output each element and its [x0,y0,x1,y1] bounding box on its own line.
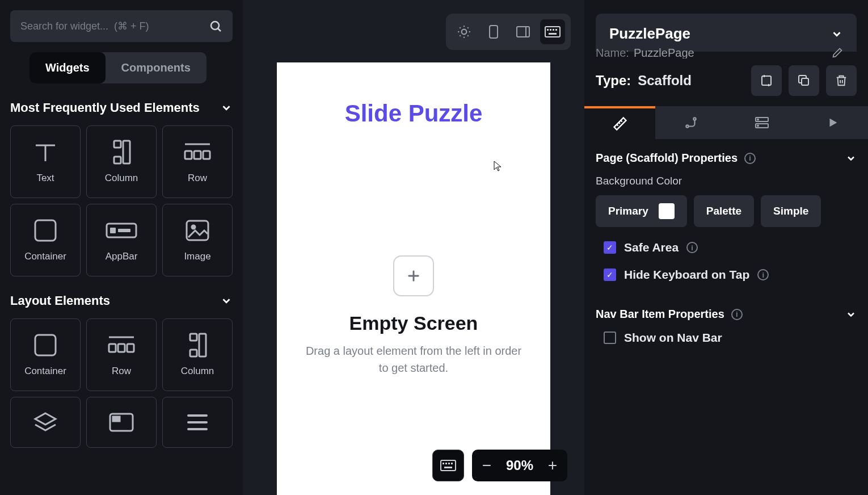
svg-rect-47 [555,29,557,31]
checkbox-unchecked-icon[interactable] [604,332,616,344]
checkbox-checked-icon[interactable]: ✓ [604,269,616,281]
copy-button[interactable] [789,65,819,96]
svg-point-67 [757,125,759,127]
svg-rect-58 [802,78,808,85]
add-element-button[interactable] [393,255,434,296]
tab-widgets[interactable]: Widgets [30,52,106,83]
svg-rect-23 [190,350,197,356]
trash-icon [835,74,848,87]
svg-rect-55 [451,463,453,464]
svg-marker-25 [35,413,56,425]
widget-search[interactable] [10,10,233,42]
empty-subtitle: Drag a layout element from the left in o… [300,342,527,376]
color-chip-simple[interactable]: Simple [761,195,821,227]
widget-row[interactable]: Row [162,125,233,198]
hide-keyboard-row[interactable]: ✓ Hide Keyboard on Tap i [596,268,857,282]
chip-label: Primary [608,205,648,217]
chevron-down-icon [220,295,233,307]
svg-rect-8 [185,151,192,159]
canvas-area: Slide Puzzle Empty Screen Drag a layout … [243,0,584,495]
safe-area-row[interactable]: ✓ Safe Area i [596,241,857,254]
widget-column[interactable]: Column [86,125,157,198]
color-chip-palette[interactable]: Palette [694,195,754,227]
name-label: Name: [596,47,629,58]
listview-icon [186,410,209,435]
svg-rect-13 [110,228,116,233]
svg-line-34 [460,27,461,28]
plus-icon [406,268,422,284]
search-input[interactable] [20,20,209,32]
section-layout-header[interactable]: Layout Elements [10,293,233,308]
wrap-button[interactable] [751,65,782,96]
widget-row[interactable]: Row [86,318,157,391]
chevron-down-icon [831,28,843,40]
edit-icon[interactable] [832,47,843,58]
container-icon [33,333,58,358]
sun-icon [457,24,471,39]
empty-title: Empty Screen [294,312,533,334]
widget-container[interactable]: Container [10,318,81,391]
widget-card[interactable] [86,397,157,448]
section-header[interactable]: Page (Scaffold) Properties i [596,152,857,165]
info-icon[interactable]: i [744,153,756,164]
svg-rect-48 [549,33,557,35]
zoom-out-button[interactable]: − [472,456,502,475]
theme-toggle-button[interactable] [452,19,477,44]
info-icon[interactable]: i [686,242,698,253]
widget-label: AppBar [106,251,138,262]
svg-point-62 [686,125,688,127]
keyboard-icon [440,460,456,471]
widget-image[interactable]: Image [162,204,233,276]
chevron-down-icon [220,102,233,114]
section-header[interactable]: Nav Bar Item Properties i [596,308,857,321]
name-value: PuzzlePage [634,47,694,58]
section-title: Nav Bar Item Properties [596,308,724,321]
widget-listview[interactable] [162,397,233,448]
column-icon [184,333,210,358]
tab-components[interactable]: Components [106,52,207,83]
name-row: Name: PuzzlePage [596,47,857,58]
svg-rect-22 [190,334,197,341]
tab-design[interactable] [584,106,655,139]
info-icon[interactable]: i [731,309,743,320]
route-icon [684,115,698,130]
info-icon[interactable]: i [757,269,769,280]
widget-container[interactable]: Container [10,204,81,276]
svg-rect-11 [35,220,56,241]
widget-label: Container [24,366,66,377]
widget-label: Image [184,251,210,262]
zoom-in-button[interactable]: + [538,456,567,475]
play-icon [827,116,839,129]
section-frequent-header[interactable]: Most Frequently Used Elements [10,100,233,115]
svg-rect-9 [194,151,201,159]
svg-line-39 [467,27,469,28]
type-row: Type: Scaffold [596,65,857,106]
widget-label: Column [181,366,214,377]
device-tablet-button[interactable] [511,19,536,44]
checkbox-checked-icon[interactable]: ✓ [604,241,616,254]
device-preview[interactable]: Slide Puzzle Empty Screen Drag a layout … [277,62,550,495]
color-swatch [659,203,675,219]
background-color-row: Primary Palette Simple [596,195,857,227]
widget-text[interactable]: Text [10,125,81,198]
layout-grid: Container Row Column [10,318,233,448]
page-selector[interactable]: PuzzlePage [596,14,857,52]
zoom-controls: − 90% + [432,450,567,481]
delete-button[interactable] [826,65,857,96]
show-navbar-row[interactable]: Show on Nav Bar [596,331,857,345]
keyboard-shortcut-button[interactable] [432,450,464,481]
wrap-icon [760,74,773,87]
scaffold-properties-section: Page (Scaffold) Properties i Background … [596,139,857,282]
device-phone-button[interactable] [481,19,506,44]
device-keyboard-button[interactable] [540,19,565,44]
color-chip-primary[interactable]: Primary [596,195,687,227]
tab-backend[interactable] [726,106,797,139]
widget-stack[interactable] [10,397,81,448]
copy-icon [797,74,811,87]
tab-animations[interactable] [797,106,868,139]
tab-actions[interactable] [655,106,726,139]
column-icon [108,140,134,165]
widget-column[interactable]: Column [162,318,233,391]
frequent-grid: Text Column Row Container AppBar Image [10,125,233,276]
widget-appbar[interactable]: AppBar [86,204,157,276]
